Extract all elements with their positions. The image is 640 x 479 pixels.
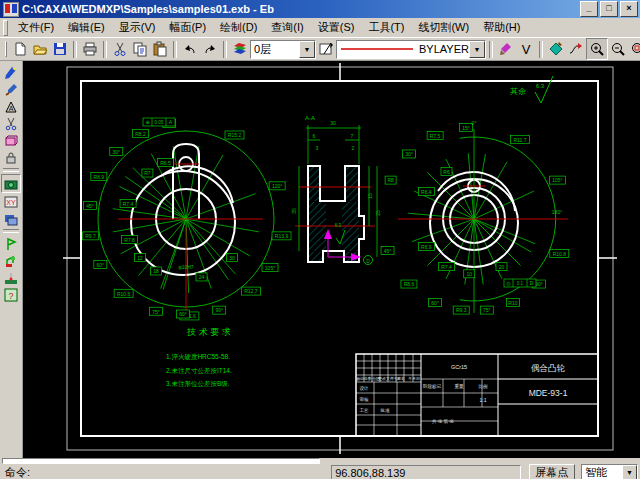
menu-view[interactable]: 显示(V): [112, 18, 163, 37]
command-prompt: 命令:: [2, 465, 331, 479]
snap-mode-value: 智能: [585, 465, 607, 479]
svg-text:共 张 第 张: 共 张 第 张: [432, 419, 454, 424]
paste-button[interactable]: [150, 39, 170, 59]
bylayer-line-swatch: [341, 44, 413, 54]
layer-combobox[interactable]: 0层 ▼: [250, 40, 316, 59]
chevron-down-icon[interactable]: ▼: [299, 41, 315, 58]
draw-curve-button[interactable]: [2, 64, 20, 81]
chevron-down-icon[interactable]: ▼: [622, 465, 637, 479]
query-help-button[interactable]: ?: [2, 286, 20, 303]
svg-text:6.3: 6.3: [335, 223, 342, 228]
zoom-in-button[interactable]: [586, 38, 608, 60]
svg-text:24: 24: [199, 274, 205, 280]
menu-query[interactable]: 查询(I): [264, 18, 310, 37]
menu-settings[interactable]: 设置(S): [311, 18, 362, 37]
save-button[interactable]: [50, 39, 70, 59]
svg-text:120°: 120°: [272, 183, 282, 189]
copy-button[interactable]: [130, 39, 150, 59]
print-button[interactable]: [80, 39, 100, 59]
svg-text:30: 30: [229, 255, 235, 261]
svg-text:0.05: 0.05: [155, 120, 164, 125]
menu-file[interactable]: 文件(F): [11, 18, 61, 37]
svg-text:R10.6: R10.6: [117, 291, 131, 297]
open-file-button[interactable]: [30, 39, 50, 59]
drawing-toolbar: A XY ?: [0, 61, 23, 458]
modify-brush-button[interactable]: [2, 81, 20, 98]
svg-text:15: 15: [367, 193, 373, 199]
simulate-button[interactable]: [2, 235, 20, 252]
svg-text:0°: 0°: [472, 120, 477, 126]
trim-button[interactable]: [2, 115, 20, 132]
toolbar-separator: [73, 41, 77, 58]
svg-text:45°: 45°: [86, 203, 94, 209]
svg-text:1.淬火硬度HRC55-58.: 1.淬火硬度HRC55-58.: [166, 353, 230, 361]
svg-text:R6: R6: [443, 169, 450, 175]
dimension-text-button[interactable]: A: [2, 98, 20, 115]
menu-edit[interactable]: 编辑(E): [61, 18, 112, 37]
svg-text:R6.9: R6.9: [421, 244, 432, 250]
menu-help[interactable]: 帮助(H): [476, 18, 527, 37]
lock-constraint-button[interactable]: [2, 149, 20, 166]
svg-text:105°: 105°: [552, 177, 562, 183]
svg-text:20: 20: [499, 264, 505, 270]
svg-text:105°: 105°: [265, 265, 275, 271]
layers-button[interactable]: [230, 39, 250, 59]
svg-text:R11.7: R11.7: [514, 137, 527, 143]
menu-tools[interactable]: 工具(T): [361, 18, 411, 37]
zoom-out-button[interactable]: [608, 39, 628, 59]
svg-text:75°: 75°: [152, 309, 160, 315]
svg-text:180°: 180°: [552, 209, 562, 215]
menu-draw[interactable]: 绘制(D): [213, 18, 264, 37]
toolbar-separator: [173, 41, 177, 58]
new-document-button[interactable]: [10, 39, 30, 59]
svg-text:15°: 15°: [462, 125, 470, 131]
cad-drawing[interactable]: 其余6.315°R8.230°R8.945°R9.760°R10.675°R11…: [23, 61, 640, 458]
svg-text:18: 18: [153, 268, 159, 274]
machine-button[interactable]: [2, 269, 20, 286]
dynamic-zoom-button[interactable]: [566, 39, 586, 59]
svg-text:R15.2: R15.2: [228, 132, 242, 138]
cut-button[interactable]: [110, 39, 130, 59]
block-button[interactable]: [2, 132, 20, 149]
coordinates-button[interactable]: XY: [2, 193, 20, 210]
menu-grip[interactable]: [3, 20, 8, 36]
screen-point-button[interactable]: 屏幕点: [529, 464, 575, 479]
color-combobox[interactable]: BYLAYER ▼: [336, 40, 486, 59]
redo-button[interactable]: [200, 39, 220, 59]
svg-text:标记: 标记: [356, 376, 364, 382]
svg-text:R10: R10: [508, 300, 517, 306]
svg-text:GCr15: GCr15: [451, 364, 467, 370]
svg-text:R7.5: R7.5: [430, 133, 441, 139]
svg-text:审核: 审核: [360, 397, 370, 402]
chevron-down-icon[interactable]: ▼: [469, 41, 485, 58]
svg-text:阶段标记: 阶段标记: [423, 383, 442, 390]
drawing-canvas[interactable]: 其余6.315°R8.230°R8.945°R9.760°R10.675°R11…: [23, 61, 640, 458]
minimize-button[interactable]: _: [580, 1, 598, 17]
line-style-button[interactable]: [316, 39, 336, 59]
menu-paper[interactable]: 幅面(P): [162, 18, 213, 37]
app-icon: [3, 2, 19, 17]
style-brush-button[interactable]: [496, 39, 516, 59]
undo-button[interactable]: [180, 39, 200, 59]
menu-wirecut[interactable]: 线切割(W): [411, 18, 476, 37]
svg-text:R6.5: R6.5: [160, 160, 171, 166]
snap-mode-combobox[interactable]: 智能 ▼: [581, 464, 638, 479]
pan-button[interactable]: [546, 39, 566, 59]
code-output-button[interactable]: [2, 210, 20, 227]
restore-button[interactable]: □: [600, 1, 618, 17]
close-button[interactable]: ×: [620, 1, 638, 17]
svg-text:R12.7: R12.7: [244, 288, 258, 294]
svg-text:D: D: [530, 280, 534, 286]
svg-text:R8.6: R8.6: [404, 281, 415, 287]
line-width-button[interactable]: V: [516, 39, 536, 59]
toolbar-grip[interactable]: [5, 41, 7, 57]
svg-text:3.未注形位公差按B级.: 3.未注形位公差按B级.: [166, 380, 230, 388]
toolbar-separator: [489, 41, 493, 58]
toolbar-separator: [103, 41, 107, 58]
cut-path-button[interactable]: [2, 252, 20, 269]
svg-text:A-A: A-A: [305, 115, 315, 121]
zoom-window-button[interactable]: [628, 39, 640, 59]
svg-text:技 术 要 求: 技 术 要 求: [186, 327, 231, 337]
trajectory-button[interactable]: [1, 174, 21, 193]
svg-text:75°: 75°: [483, 307, 491, 313]
